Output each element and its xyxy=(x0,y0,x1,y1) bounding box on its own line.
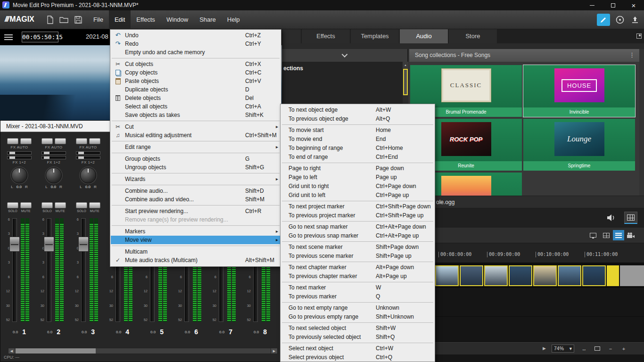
video-clip-thumbnail[interactable] xyxy=(484,265,508,286)
menu-window[interactable]: Window xyxy=(161,10,194,29)
fader-thumb[interactable] xyxy=(78,152,84,154)
menu-item-to-previous-marker[interactable]: To previous markerQ xyxy=(281,292,434,301)
menu-item-multicam[interactable]: Multicam xyxy=(111,247,281,256)
menu-item-combine-audio-and-video[interactable]: Combine audio and video...Shift+M xyxy=(111,195,281,204)
menu-edit[interactable]: Edit xyxy=(109,10,131,29)
storyboard-view-button[interactable] xyxy=(601,230,612,240)
menu-item-to-previous-chapter-marker[interactable]: To previous chapter markerAlt+Page up xyxy=(281,272,434,281)
fader-handle[interactable] xyxy=(44,237,54,252)
menu-item-cut[interactable]: ✂Cut▸ xyxy=(111,123,281,131)
menu-item-to-movie-end[interactable]: To movie endEnd xyxy=(281,135,434,144)
mixer-scrollbar[interactable]: ◀ ▶ xyxy=(8,348,278,354)
fx-button[interactable] xyxy=(7,138,18,144)
aux-send-fader-2[interactable] xyxy=(7,156,32,159)
song-tile-invincible[interactable]: HOUSE Invincible xyxy=(523,65,635,117)
aux-send-fader-2[interactable] xyxy=(76,156,100,159)
menu-item-empty-undo-and-cache-memory[interactable]: Empty undo and cache memory xyxy=(111,48,281,57)
save-project-button[interactable] xyxy=(73,14,84,25)
menu-item-edit-range[interactable]: Edit range▸ xyxy=(111,143,281,151)
timecode-display[interactable]: 00:05:50:15 xyxy=(22,32,58,42)
fx-button[interactable] xyxy=(41,138,53,144)
mute-button[interactable] xyxy=(89,202,100,208)
zoom-fit-button[interactable]: ↔ xyxy=(579,345,589,353)
menu-item-to-next-chapter-marker[interactable]: To next chapter markerAlt+Page down xyxy=(281,263,434,272)
pan-knob[interactable] xyxy=(11,167,27,183)
aux-send-fader-1[interactable] xyxy=(7,151,32,155)
hamburger-menu-icon[interactable] xyxy=(4,34,13,40)
fader-thumb[interactable] xyxy=(9,152,15,154)
mute-button[interactable] xyxy=(20,202,32,208)
video-clip-thumbnail[interactable] xyxy=(558,265,581,286)
collections-list-item[interactable]: ections xyxy=(283,65,303,72)
fader-handle[interactable] xyxy=(9,237,20,252)
kebab-menu-icon[interactable]: ⋮ xyxy=(629,51,635,58)
menu-item-combine-audio[interactable]: Combine audio...Shift+D xyxy=(111,187,281,195)
menu-item-go-to-previous-snap-marker[interactable]: Go to previous snap markerCtrl+Alt+Page … xyxy=(281,231,434,240)
menu-item-copy-objects[interactable]: Copy objectsCtrl+C xyxy=(111,68,281,77)
menu-item-to-previous-project-marker[interactable]: To previous project markerCtrl+Shift+Pag… xyxy=(281,211,434,220)
menu-item-to-next-object-edge[interactable]: To next object edgeAlt+W xyxy=(281,106,434,115)
tab-partial[interactable] xyxy=(282,29,301,43)
speaker-icon[interactable] xyxy=(606,214,618,222)
menu-item-to-movie-start[interactable]: To movie startHome xyxy=(281,126,434,135)
pan-knob[interactable] xyxy=(46,167,62,183)
tab-store[interactable]: Store xyxy=(449,29,497,43)
menu-item-select-next-object[interactable]: Select next objectCtrl+W xyxy=(281,344,434,353)
pan-knob[interactable] xyxy=(80,167,96,183)
menu-file[interactable]: File xyxy=(88,10,109,29)
auto-button[interactable] xyxy=(89,138,100,144)
menu-item-start-preview-rendering[interactable]: Start preview rendering...Ctrl+R xyxy=(111,207,281,215)
solo-button[interactable] xyxy=(76,202,87,208)
menu-item-to-next-selected-object[interactable]: To next selected objectShift+W xyxy=(281,324,434,333)
video-clip-thumbnail[interactable] xyxy=(509,265,532,286)
menu-item-duplicate-objects[interactable]: Duplicate objectsD xyxy=(111,85,281,94)
menu-item-to-previous-scene-marker[interactable]: To previous scene markerShift+Page up xyxy=(281,252,434,261)
scroll-left-icon[interactable]: ◀ xyxy=(8,348,15,354)
volume-fader[interactable] xyxy=(47,218,51,322)
menu-item-remove-range-s-for-preview-rendering[interactable]: Remove range(s) for preview rendering... xyxy=(111,215,281,224)
multicam-view-button[interactable] xyxy=(625,230,636,240)
menu-effects[interactable]: Effects xyxy=(131,10,161,29)
menu-item-select-previous-object[interactable]: Select previous objectCtrl+Q xyxy=(281,353,434,362)
menu-item-go-to-next-snap-marker[interactable]: Go to next snap markerCtrl+Alt+Page down xyxy=(281,222,434,231)
menu-item-grid-unit-to-left[interactable]: Grid unit to leftCtrl+Page up xyxy=(281,191,434,200)
menu-item-page-to-right[interactable]: Page to rightPage down xyxy=(281,164,434,173)
timeline-view-button[interactable] xyxy=(613,230,624,240)
auto-button[interactable] xyxy=(55,138,66,144)
aux-send-fader-2[interactable] xyxy=(41,156,66,159)
menu-item-go-to-previous-empty-range[interactable]: Go to previous empty rangeShift+Unknown xyxy=(281,313,434,321)
fader-thumb[interactable] xyxy=(44,156,50,159)
zoom-in-button[interactable]: + xyxy=(619,345,629,353)
menu-item-to-beginning-of-range[interactable]: To beginning of rangeCtrl+Home xyxy=(281,144,434,153)
solo-button[interactable] xyxy=(41,202,53,208)
menu-item-markers[interactable]: Markers▸ xyxy=(111,227,281,236)
fx-button[interactable] xyxy=(76,138,87,144)
menu-item-to-end-of-range[interactable]: To end of rangeCtrl+End xyxy=(281,153,434,162)
menu-item-select-all-objects[interactable]: Select all objectsCtrl+A xyxy=(111,102,281,111)
solo-button[interactable] xyxy=(7,202,18,208)
selected-clip-block[interactable] xyxy=(607,265,619,286)
mute-button[interactable] xyxy=(55,202,66,208)
close-button[interactable]: × xyxy=(623,0,644,10)
zoom-range-button[interactable] xyxy=(592,345,603,353)
export-button[interactable] xyxy=(597,14,610,26)
menu-item-to-previous-object-edge[interactable]: To previous object edgeAlt+Q xyxy=(281,115,434,123)
menu-item-cut-objects[interactable]: ✂Cut objectsCtrl+X xyxy=(111,60,281,68)
menu-item-to-next-project-marker[interactable]: To next project markerCtrl+Shift+Page do… xyxy=(281,202,434,211)
zoom-out-button[interactable]: − xyxy=(605,345,616,353)
menu-item-wizards[interactable]: Wizards▸ xyxy=(111,175,281,183)
panel-dock-icon[interactable] xyxy=(636,33,642,39)
upload-button[interactable] xyxy=(629,14,641,26)
fader-handle[interactable] xyxy=(78,237,89,252)
video-clip-thumbnail[interactable] xyxy=(460,265,483,286)
tab-effects[interactable]: Effects xyxy=(302,29,350,43)
preview-monitor-button[interactable] xyxy=(587,230,599,240)
zoom-level-dropdown[interactable]: 74%▾ xyxy=(552,345,574,353)
song-tile-springtime[interactable]: Lounge Springtime xyxy=(523,119,635,171)
menu-item-delete-objects[interactable]: Delete objectsDel xyxy=(111,94,281,102)
menu-item-to-next-marker[interactable]: To next markerW xyxy=(281,283,434,292)
fader-thumb[interactable] xyxy=(9,156,15,159)
menu-item-redo[interactable]: ↷RedoCtrl+Y xyxy=(111,40,281,48)
aux-send-fader-1[interactable] xyxy=(41,151,66,155)
volume-fader[interactable] xyxy=(12,218,17,322)
